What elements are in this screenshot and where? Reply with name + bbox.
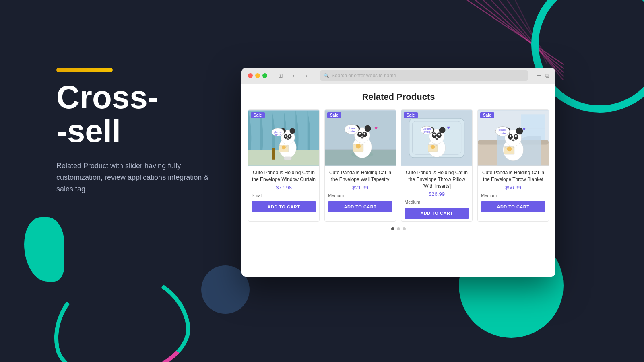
svg-text:smile: smile (275, 134, 281, 136)
product-price-2: $21.99 (328, 185, 392, 191)
svg-line-6 (515, 0, 547, 64)
product-price-1: $77.98 (252, 185, 316, 191)
left-content-area: Cross- -sell Related Product with slider… (56, 80, 225, 195)
svg-point-56 (438, 134, 440, 136)
svg-point-15 (285, 135, 287, 137)
sale-badge-2: Sale (327, 112, 341, 118)
svg-point-73 (516, 128, 523, 135)
sale-badge-4: Sale (480, 112, 494, 118)
add-to-cart-btn-4[interactable]: ADD TO CART (481, 201, 545, 212)
svg-text:smile: smile (424, 130, 430, 133)
dot-2[interactable] (397, 227, 400, 230)
add-to-cart-btn-2[interactable]: ADD TO CART (328, 201, 392, 212)
svg-point-78 (512, 139, 515, 141)
svg-point-12 (290, 128, 295, 134)
add-to-cart-btn-1[interactable]: ADD TO CART (252, 201, 316, 212)
product-name-4: Cute Panda is Holding Cat in the Envelop… (481, 169, 545, 183)
svg-point-19 (282, 146, 286, 150)
svg-point-36 (363, 133, 365, 135)
product-info-2: Cute Panda is Holding Cat in the Envelop… (325, 166, 396, 221)
product-image-curtain: Sale (248, 110, 319, 166)
svg-text:♥: ♥ (374, 125, 378, 131)
traffic-light-green[interactable] (262, 73, 267, 78)
traffic-lights (248, 73, 267, 78)
svg-point-35 (359, 133, 361, 135)
product-card-1: Sale (248, 109, 320, 222)
svg-text:smile: smile (500, 132, 506, 135)
decorative-blob-mid-left (24, 217, 64, 282)
product-name-2: Cute Panda is Holding Cat in the Envelop… (328, 169, 392, 183)
svg-text:please: please (499, 128, 507, 132)
product-variant-4: Medium (481, 193, 545, 198)
decorative-yellow-bar (56, 68, 113, 72)
product-info-4: Cute Panda is Holding Cat in the Envelop… (478, 166, 549, 221)
svg-point-32 (365, 125, 371, 132)
traffic-light-red[interactable] (248, 73, 253, 78)
svg-point-16 (289, 135, 291, 137)
svg-point-41 (359, 144, 360, 146)
svg-text:please: please (423, 127, 431, 130)
svg-point-17 (287, 138, 289, 140)
svg-point-57 (436, 138, 438, 140)
back-button[interactable]: ‹ (288, 70, 299, 81)
dot-3[interactable] (402, 227, 406, 230)
traffic-light-yellow[interactable] (255, 73, 260, 78)
svg-line-1 (475, 0, 564, 68)
product-image-blanket: Sale (478, 110, 549, 166)
product-variant-3: Medium (405, 200, 469, 204)
sale-badge-1: Sale (251, 112, 265, 118)
svg-line-5 (507, 0, 555, 68)
main-title: Cross- -sell (56, 80, 225, 148)
new-tab-button[interactable]: + (537, 72, 541, 80)
product-name-3: Cute Panda is Holding Cat in the Envelop… (405, 169, 469, 189)
svg-rect-24 (272, 148, 275, 159)
address-placeholder: Search or enter website name (332, 73, 396, 78)
svg-line-0 (467, 0, 564, 64)
address-bar[interactable]: 🔍 Search or enter website name (320, 70, 528, 81)
product-info-3: Cute Panda is Holding Cat in the Envelop… (401, 166, 472, 221)
dot-1[interactable] (391, 227, 394, 230)
svg-point-80 (507, 147, 512, 152)
product-variant-1: Small (252, 193, 316, 198)
browser-nav-icons: ⊞ ‹ › (275, 70, 312, 81)
product-image-pillow: Sale (401, 110, 472, 166)
sale-badge-3: Sale (404, 112, 418, 118)
svg-line-2 (483, 0, 564, 72)
product-price-4: $56.99 (481, 185, 545, 191)
browser-window: ⊞ ‹ › 🔍 Search or enter website name + ⧉… (242, 68, 555, 277)
product-card-2: Sale (324, 109, 396, 222)
product-variant-2: Medium (328, 193, 392, 198)
section-title: Related Products (248, 92, 549, 102)
decorative-circle-bottom-left (44, 262, 197, 362)
svg-line-3 (491, 0, 564, 76)
svg-text:♥: ♥ (523, 126, 526, 132)
svg-point-76 (510, 135, 512, 137)
product-name-1: Cute Panda is Holding Cat in the Envelop… (252, 169, 316, 183)
svg-text:smile: smile (349, 130, 355, 133)
window-icon: ⊞ (275, 70, 286, 81)
copy-button[interactable]: ⧉ (545, 72, 549, 79)
svg-point-52 (439, 127, 446, 134)
svg-text:please: please (347, 127, 355, 130)
product-info-1: Cute Panda is Holding Cat in the Envelop… (248, 166, 319, 221)
browser-titlebar: ⊞ ‹ › 🔍 Search or enter website name + ⧉ (242, 68, 555, 84)
svg-point-40 (356, 144, 358, 146)
add-to-cart-btn-3[interactable]: ADD TO CART (405, 208, 469, 219)
forward-button[interactable]: › (301, 70, 312, 81)
product-card-4: Sale (477, 109, 549, 222)
svg-point-37 (361, 137, 363, 139)
product-price-3: $26.99 (405, 191, 469, 197)
browser-content: Related Products Sale (242, 84, 555, 277)
product-image-tapestry: Sale (325, 110, 396, 166)
svg-point-59 (431, 145, 435, 149)
product-card-3: Sale (401, 109, 473, 222)
slider-dots (248, 227, 549, 230)
products-grid: Sale (248, 109, 549, 222)
svg-point-77 (515, 135, 517, 137)
svg-point-55 (433, 134, 436, 136)
svg-rect-23 (284, 157, 292, 160)
svg-text:♥: ♥ (447, 125, 450, 130)
browser-actions: + ⧉ (537, 72, 549, 80)
main-description: Related Product with slider having fully… (56, 160, 225, 195)
